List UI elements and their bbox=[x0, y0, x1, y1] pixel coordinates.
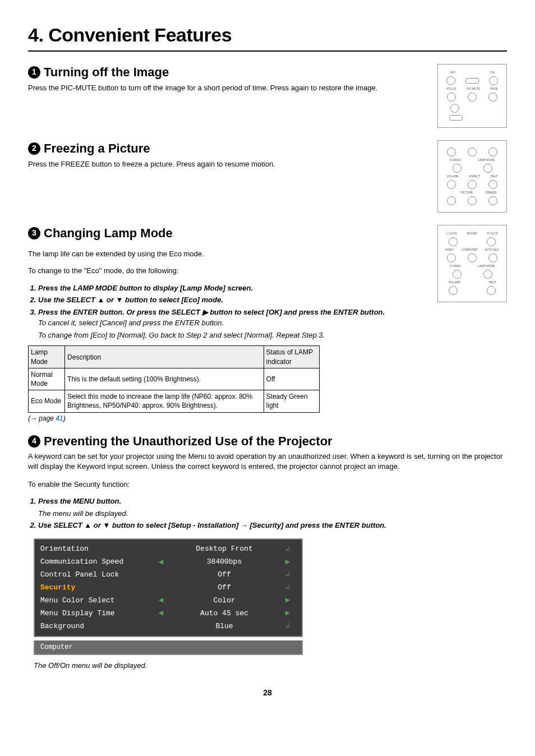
page-number: 28 bbox=[28, 688, 507, 698]
cell: Normal Mode bbox=[29, 368, 65, 390]
s3-step-3-text: Press the ENTER button. Or press the SEL… bbox=[38, 308, 385, 316]
th-description: Description bbox=[65, 346, 264, 368]
chapter-title: 4. Convenient Features bbox=[28, 22, 507, 52]
s4-step-1-sub: The menu will be displayed. bbox=[38, 509, 507, 519]
left-arrow-icon: ◀ bbox=[153, 608, 169, 619]
enter-icon: ↲ bbox=[279, 621, 296, 631]
section-4-body: A keyword can be set for your projector … bbox=[28, 451, 507, 471]
lampmode-button-icon bbox=[483, 270, 492, 279]
section-2-body: Press the FREEZE button to freeze a pict… bbox=[28, 159, 426, 169]
s3-step-2: Use the SELECT ▲ or ▼ button to select [… bbox=[38, 295, 426, 305]
s4-step-2: Use SELECT ▲ or ▼ button to select [Setu… bbox=[38, 520, 507, 531]
section-2-title: Freezing a Picture bbox=[44, 140, 150, 157]
table-row: Normal Mode This is the default setting … bbox=[29, 368, 320, 390]
right-arrow-icon: ▶ bbox=[279, 595, 296, 606]
section-4-enable: To enable the Security function: bbox=[28, 480, 507, 490]
menu-comm-label: Communication Speed bbox=[40, 557, 153, 567]
menu-footer: Computer bbox=[34, 640, 303, 655]
menu-orientation-value: Desktop Front bbox=[169, 544, 279, 554]
cell: Off bbox=[264, 368, 319, 390]
remote-illustration-freeze: S-VIDEOLAMP MODE VOLUMEASPECTHELP PICTUR… bbox=[437, 140, 507, 213]
table-row: Eco Mode Select this mode to increase th… bbox=[29, 390, 320, 412]
section-2-heading: 2 Freezing a Picture bbox=[28, 140, 426, 157]
enter-icon: ↲ bbox=[279, 582, 296, 593]
menu-cpl-value: Off bbox=[169, 570, 279, 580]
right-arrow-icon: ▶ bbox=[279, 557, 296, 568]
enter-icon: ↲ bbox=[279, 569, 296, 580]
section-1-body: Press the PIC-MUTE button to turn off th… bbox=[28, 83, 426, 93]
left-arrow-icon: ◀ bbox=[153, 595, 169, 606]
menu-mcs-label: Menu Color Select bbox=[40, 596, 153, 606]
s3-step-3-sub1: To cancel it, select [Cancel] and press … bbox=[38, 318, 426, 328]
picmute-button-icon bbox=[468, 93, 477, 102]
section-3-heading: 3 Changing Lamp Mode bbox=[28, 225, 426, 242]
left-arrow-icon: ◀ bbox=[153, 557, 169, 568]
cell: Steady Green light bbox=[264, 390, 319, 412]
remote-illustration-lampmode: L-CLICKMOUSER-CLICK VIDEOCOMPUTERAUTO AD… bbox=[437, 225, 507, 302]
menu-bg-value: Blue bbox=[169, 621, 279, 631]
section-3-intro2: To change to the "Eco" mode, do the foll… bbox=[28, 266, 426, 276]
menu-mdt-value: Auto 45 sec bbox=[169, 609, 279, 619]
section-4-caption: The Off/On menu will be displayed. bbox=[34, 661, 507, 671]
menu-mcs-value: Color bbox=[169, 596, 279, 606]
right-arrow-icon: ▶ bbox=[279, 608, 296, 619]
th-status: Status of LAMP indicator bbox=[264, 346, 319, 368]
section-3-intro1: The lamp life can be extended by using t… bbox=[28, 249, 426, 259]
freeze-button-icon bbox=[488, 196, 497, 205]
s3-step-1: Press the LAMP MODE button to display [L… bbox=[38, 283, 426, 293]
s4-step-1-text: Press the MENU button. bbox=[38, 497, 121, 505]
section-number-4: 4 bbox=[28, 435, 40, 448]
setup-installation-menu: Orientation Desktop Front ↲ Communicatio… bbox=[34, 538, 303, 655]
menu-orientation-label: Orientation bbox=[40, 544, 153, 554]
s3-step-3: Press the ENTER button. Or press the SEL… bbox=[38, 307, 426, 340]
cell: Select this mode to increase the lamp li… bbox=[65, 390, 264, 412]
th-lampmode: Lamp Mode bbox=[29, 346, 65, 368]
cell: Eco Mode bbox=[29, 390, 65, 412]
menu-mdt-label: Menu Display Time bbox=[40, 609, 153, 619]
enter-icon: ↲ bbox=[279, 544, 296, 555]
section-number-3: 3 bbox=[28, 227, 40, 239]
s3-step-3-sub2: To change from [Eco] to [Normal], Go bac… bbox=[38, 330, 426, 340]
s4-step-1: Press the MENU button. The menu will be … bbox=[38, 496, 507, 518]
section-4-heading: 4 Preventing the Unauthorized Use of the… bbox=[28, 433, 507, 450]
menu-cpl-label: Control Panel Lock bbox=[40, 570, 153, 580]
cell: This is the default setting (100% Bright… bbox=[65, 368, 264, 390]
section-1-title: Turning off the Image bbox=[44, 64, 169, 81]
section-3-title: Changing Lamp Mode bbox=[44, 225, 173, 242]
menu-security-label: Security bbox=[40, 583, 153, 593]
remote-illustration-picmute: OFFON FOCUSPIC-MUTEPAGE bbox=[437, 64, 507, 128]
menu-security-value: Off bbox=[169, 583, 279, 593]
menu-bg-label: Background bbox=[40, 621, 153, 631]
section-number-2: 2 bbox=[28, 142, 40, 155]
page-reference: (→ page 41) bbox=[28, 414, 426, 423]
section-4-title: Preventing the Unauthorized Use of the P… bbox=[44, 433, 333, 450]
menu-comm-value: 38400bps bbox=[169, 557, 279, 567]
page-link-41[interactable]: 41 bbox=[56, 414, 63, 422]
section-1-heading: 1 Turning off the Image bbox=[28, 64, 426, 81]
lamp-mode-table: Lamp Mode Description Status of LAMP ind… bbox=[28, 345, 320, 412]
section-number-1: 1 bbox=[28, 66, 40, 79]
